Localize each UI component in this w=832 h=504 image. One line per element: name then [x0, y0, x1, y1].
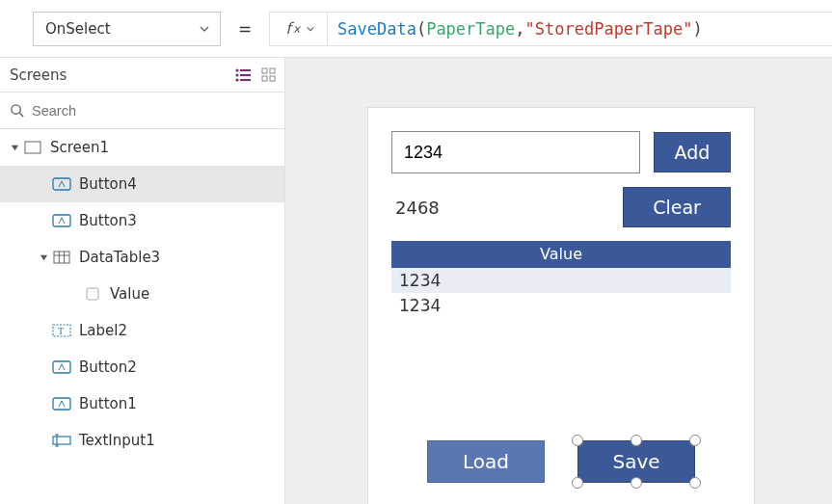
tree-item-label: Screen1: [50, 139, 109, 156]
clear-button[interactable]: Clear: [623, 187, 731, 227]
selection-handle[interactable]: [572, 435, 583, 446]
search-icon: [10, 103, 24, 118]
svg-rect-12: [25, 142, 40, 153]
expand-toggle-icon[interactable]: [6, 144, 23, 152]
label-icon: T: [52, 321, 71, 340]
tree-item-label: DataTable3: [79, 249, 160, 266]
svg-rect-1: [240, 69, 251, 71]
svg-point-10: [12, 105, 20, 114]
tree-search-input[interactable]: [32, 103, 275, 119]
tree-item-textinput1[interactable]: TextInput1: [0, 422, 284, 459]
tree-item-label: Button2: [79, 358, 137, 376]
tree-item-label: Button1: [79, 395, 137, 412]
svg-rect-7: [270, 68, 275, 73]
save-button-selected[interactable]: Save: [577, 440, 695, 483]
datatable-icon: [52, 248, 71, 267]
property-selector[interactable]: OnSelect: [33, 12, 221, 46]
screen-icon: [23, 138, 42, 157]
svg-rect-3: [240, 74, 251, 76]
property-selector-value: OnSelect: [45, 20, 111, 38]
svg-rect-8: [262, 76, 267, 81]
svg-rect-14: [53, 215, 70, 226]
svg-rect-23: [53, 398, 70, 410]
tree-item-datatable3[interactable]: DataTable3: [0, 239, 284, 276]
tree-item-label: Value: [110, 285, 149, 303]
tree-item-value-column[interactable]: Value: [0, 276, 284, 312]
formula-bar: OnSelect = fx SaveData( PaperTape, "Stor…: [0, 0, 832, 58]
data-table-row[interactable]: 1234: [391, 293, 731, 318]
chevron-down-icon: [199, 23, 210, 35]
tree-item-screen1[interactable]: Screen1: [0, 129, 284, 166]
svg-rect-15: [54, 252, 69, 263]
textinput-icon: [52, 431, 71, 450]
tree-item-label: Button4: [79, 175, 137, 193]
button-icon: [52, 394, 71, 413]
svg-line-11: [19, 113, 23, 117]
tree-item-button3[interactable]: Button3: [0, 202, 284, 239]
load-button[interactable]: Load: [427, 440, 545, 483]
formula-input-wrap: fx SaveData( PaperTape, "StoredPaperTape…: [269, 12, 832, 46]
fx-label[interactable]: fx: [270, 13, 327, 45]
tree-search[interactable]: [0, 93, 284, 129]
sum-label: 2468: [391, 198, 609, 218]
svg-point-4: [235, 78, 238, 81]
add-button[interactable]: Add: [654, 132, 731, 172]
tree-item-label: Label2: [79, 322, 127, 339]
canvas-area[interactable]: Add 2468 Clear Value 1234 1234 Load Save: [285, 58, 832, 504]
selection-handle[interactable]: [631, 477, 642, 489]
equals-sign: =: [232, 19, 257, 39]
data-table-row[interactable]: 1234: [391, 268, 731, 293]
formula-token-func: SaveData: [337, 19, 416, 39]
data-table-header: Value: [391, 241, 731, 268]
expand-toggle-icon[interactable]: [35, 253, 52, 262]
formula-input[interactable]: SaveData( PaperTape, "StoredPaperTape" ): [327, 13, 832, 45]
svg-rect-6: [262, 68, 267, 73]
button-icon: [52, 358, 71, 377]
selection-handle[interactable]: [572, 477, 583, 489]
svg-point-2: [235, 73, 238, 76]
tree-view-panel: Screens: [0, 58, 285, 504]
tree-item-button1[interactable]: Button1: [0, 385, 284, 422]
svg-rect-19: [87, 288, 98, 300]
button-icon: [52, 174, 71, 194]
selection-handle[interactable]: [689, 477, 701, 489]
selection-handle[interactable]: [631, 435, 642, 446]
tree-view: Screen1 Button4 Button3 DataTable3: [0, 129, 284, 504]
svg-point-0: [235, 68, 238, 71]
selection-handle[interactable]: [689, 435, 701, 446]
data-table[interactable]: Value 1234 1234: [391, 241, 731, 318]
svg-rect-22: [53, 361, 70, 373]
column-icon: [83, 284, 102, 304]
svg-rect-9: [270, 76, 275, 81]
svg-rect-24: [53, 437, 70, 444]
tree-item-label: TextInput1: [79, 432, 155, 449]
number-input[interactable]: [391, 131, 640, 173]
svg-text:T: T: [58, 326, 64, 336]
tree-item-label: Button3: [79, 212, 137, 229]
tree-grid-view-icon[interactable]: [261, 67, 277, 83]
tree-item-button4[interactable]: Button4: [0, 166, 284, 202]
app-preview-screen: Add 2468 Clear Value 1234 1234 Load Save: [368, 108, 754, 504]
tree-item-label2[interactable]: T Label2: [0, 312, 284, 349]
tree-panel-title: Screens: [10, 66, 234, 84]
button-icon: [52, 211, 71, 230]
svg-rect-5: [240, 79, 251, 81]
tree-list-view-icon[interactable]: [234, 67, 252, 83]
tree-item-button2[interactable]: Button2: [0, 349, 284, 385]
svg-rect-13: [53, 178, 70, 190]
